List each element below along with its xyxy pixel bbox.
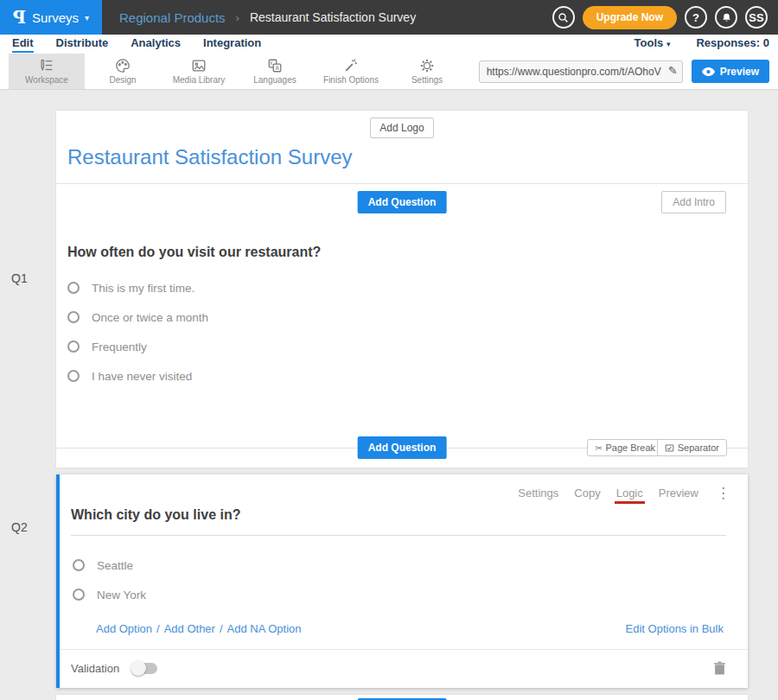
survey-url-field: ✎ bbox=[479, 60, 683, 83]
q2-question-text[interactable]: Which city do you live in? bbox=[71, 507, 240, 522]
logo-row: Add Logo bbox=[56, 111, 748, 138]
breadcrumb: Regional Products › Restaurant Satisfact… bbox=[119, 10, 416, 25]
question-number-q2: Q2 bbox=[11, 520, 28, 534]
questionpro-logo-icon: P bbox=[13, 7, 26, 28]
q2-question-field: Which city do you live in? bbox=[71, 507, 726, 536]
tab-analytics[interactable]: Analytics bbox=[131, 36, 181, 51]
validation-toggle[interactable] bbox=[131, 663, 157, 674]
question-q2-panel: Settings Copy Logic Preview ⋮ Which city… bbox=[56, 474, 748, 688]
questionpro-survey-editor: P Surveys ▾ Regional Products › Restaura… bbox=[0, 0, 778, 700]
option-label[interactable]: Once or twice a month bbox=[92, 311, 208, 324]
palette-icon bbox=[115, 58, 131, 73]
toolbar-item-languages[interactable]: xA Languages bbox=[237, 54, 313, 89]
radio-button[interactable] bbox=[73, 559, 85, 571]
chevron-down-icon: ▾ bbox=[666, 40, 671, 48]
question-number-q1: Q1 bbox=[11, 271, 28, 285]
search-icon bbox=[558, 12, 569, 23]
add-option-link[interactable]: Add Option bbox=[96, 622, 152, 635]
add-question-row-top: Add Question Add Intro bbox=[56, 184, 748, 220]
survey-canvas: Q1 Q2 Add Logo Restaurant Satisfaction S… bbox=[0, 111, 778, 700]
toggle-knob bbox=[131, 660, 146, 676]
chevron-down-icon: ▾ bbox=[85, 13, 89, 22]
radio-button[interactable] bbox=[67, 282, 80, 294]
magic-wand-icon bbox=[343, 58, 359, 73]
q2-settings-link[interactable]: Settings bbox=[518, 487, 558, 500]
q2-option-row: New York bbox=[73, 588, 748, 601]
radio-button[interactable] bbox=[73, 589, 85, 601]
preview-button[interactable]: Preview bbox=[692, 60, 769, 83]
help-button[interactable]: ? bbox=[685, 6, 707, 29]
bell-icon bbox=[721, 12, 732, 23]
delete-question-button[interactable] bbox=[714, 661, 725, 675]
toolbar-item-settings[interactable]: Settings bbox=[389, 54, 465, 89]
tab-integration[interactable]: Integration bbox=[203, 36, 261, 51]
add-na-option-link[interactable]: Add NA Option bbox=[227, 622, 302, 635]
image-icon bbox=[191, 58, 207, 73]
search-button[interactable] bbox=[552, 6, 575, 29]
add-option-links: Add Option / Add Other / Add NA Option bbox=[96, 622, 302, 635]
survey-url-input[interactable] bbox=[479, 60, 683, 83]
slash-separator: / bbox=[156, 622, 160, 635]
separator-button[interactable]: Separator bbox=[657, 439, 727, 456]
edit-options-in-bulk-link[interactable]: Edit Options in Bulk bbox=[626, 622, 724, 635]
surveys-menu-label: Surveys bbox=[32, 10, 79, 25]
eye-icon bbox=[702, 67, 715, 76]
q2-option-actions: Add Option / Add Other / Add NA Option E… bbox=[60, 617, 748, 649]
edit-url-icon[interactable]: ✎ bbox=[668, 64, 678, 77]
q2-footer: Validation bbox=[60, 650, 748, 688]
add-question-button[interactable]: Add Question bbox=[358, 436, 447, 459]
toolbar-item-design[interactable]: Design bbox=[85, 54, 161, 89]
upgrade-now-button[interactable]: Upgrade Now bbox=[583, 6, 677, 29]
toolbar-items: Workspace Design Media Library xA Langua… bbox=[9, 54, 465, 89]
radio-button[interactable] bbox=[67, 340, 80, 353]
option-label[interactable]: Frequently bbox=[92, 340, 147, 353]
q1-options: This is my first time. Once or twice a m… bbox=[67, 281, 748, 383]
tab-distribute[interactable]: Distribute bbox=[56, 36, 109, 51]
scissors-icon: ✂ bbox=[595, 443, 602, 453]
more-options-icon[interactable]: ⋮ bbox=[716, 486, 730, 500]
breadcrumb-separator: › bbox=[236, 11, 239, 24]
q1-question-text[interactable]: How often do you visit our restaurant? bbox=[67, 245, 748, 260]
slash-separator: / bbox=[220, 622, 223, 635]
tab-edit[interactable]: Edit bbox=[12, 36, 34, 53]
option-label[interactable]: New York bbox=[97, 589, 146, 601]
survey-title[interactable]: Restaurant Satisfaction Survey bbox=[67, 145, 353, 169]
option-label[interactable]: This is my first time. bbox=[92, 282, 194, 295]
question-q1: How often do you visit our restaurant? T… bbox=[56, 220, 748, 407]
page-break-button[interactable]: ✂ Page Break bbox=[587, 439, 663, 456]
header-actions: Upgrade Now ? SS bbox=[552, 6, 768, 29]
add-other-link[interactable]: Add Other bbox=[164, 622, 215, 635]
breadcrumb-folder[interactable]: Regional Products bbox=[119, 10, 226, 25]
q1-option-row: Frequently bbox=[67, 340, 748, 353]
q2-preview-link[interactable]: Preview bbox=[659, 487, 698, 500]
survey-nav: Edit Distribute Analytics Integration To… bbox=[0, 35, 778, 54]
q2-logic-link[interactable]: Logic bbox=[616, 487, 643, 500]
validation-label: Validation bbox=[71, 662, 119, 675]
toolbar-item-finish-options[interactable]: Finish Options bbox=[313, 54, 389, 89]
q2-options: Seattle New York bbox=[60, 536, 748, 601]
avatar[interactable]: SS bbox=[745, 6, 768, 29]
add-intro-button[interactable]: Add Intro bbox=[661, 191, 726, 213]
q1-option-row: Once or twice a month bbox=[67, 310, 748, 324]
subnav-right: Tools ▾ Responses: 0 bbox=[635, 36, 769, 49]
tools-menu[interactable]: Tools ▾ bbox=[635, 36, 671, 49]
surveys-app-menu[interactable]: P Surveys ▾ bbox=[0, 0, 102, 35]
add-question-row-mid: Add Question ✂ Page Break Separator bbox=[56, 428, 748, 468]
option-label[interactable]: I have never visited bbox=[92, 370, 192, 383]
translate-icon: xA bbox=[267, 58, 283, 73]
add-question-button[interactable]: Add Question bbox=[358, 191, 447, 213]
radio-button[interactable] bbox=[67, 311, 80, 323]
separator-icon bbox=[665, 443, 674, 453]
workspace-icon bbox=[39, 58, 54, 73]
q2-option-row: Seattle bbox=[73, 558, 748, 572]
q2-copy-link[interactable]: Copy bbox=[574, 487, 600, 500]
radio-button[interactable] bbox=[67, 370, 80, 382]
toolbar-item-media-library[interactable]: Media Library bbox=[161, 54, 237, 89]
add-logo-button[interactable]: Add Logo bbox=[370, 118, 433, 138]
breadcrumb-survey-name: Restaurant Satisfaction Survey bbox=[250, 10, 416, 24]
option-label[interactable]: Seattle bbox=[97, 559, 133, 572]
responses-count[interactable]: Responses: 0 bbox=[696, 36, 769, 49]
q1-option-row: This is my first time. bbox=[67, 281, 748, 295]
toolbar-item-workspace[interactable]: Workspace bbox=[9, 54, 85, 89]
notifications-button[interactable] bbox=[715, 6, 737, 29]
